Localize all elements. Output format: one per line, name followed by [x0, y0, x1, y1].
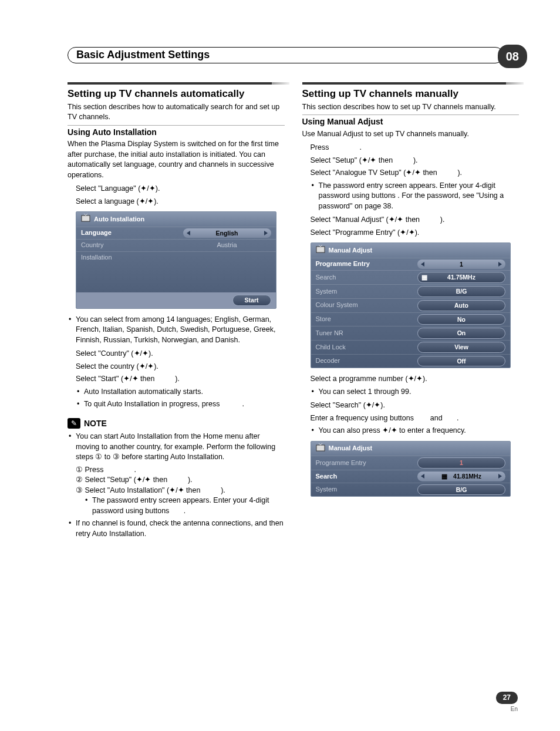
tv-icon: [81, 214, 90, 224]
osd-label: Tuner NR: [316, 329, 343, 338]
osd-row: Colour System Auto: [311, 298, 511, 312]
osd-value: View: [417, 342, 505, 353]
osd-label: Colour System: [316, 301, 358, 309]
section-intro: This section describes how to set up TV …: [302, 102, 519, 113]
osd-title: Manual Adjust: [329, 246, 373, 255]
osd-value: Auto: [417, 300, 505, 311]
step: Select a programme number (✦/✦).: [302, 374, 519, 385]
osd-value: 1: [417, 457, 505, 469]
osd-row: Installation: [76, 251, 276, 292]
subheading: Using Manual Adjust: [302, 114, 519, 128]
body-text: When the Plasma Display System is switch…: [68, 139, 285, 180]
step: Select "Country" (✦/✦).: [68, 349, 285, 359]
section-rule: [68, 82, 285, 85]
osd-label: Store: [316, 315, 331, 324]
osd-label: Decoder: [316, 356, 340, 365]
page-lang: En: [496, 705, 518, 713]
svg-rect-1: [316, 247, 325, 252]
osd-value-language: English: [183, 228, 271, 238]
right-column: Setting up TV channels manually This sec…: [302, 82, 519, 541]
osd-label: Language: [81, 228, 112, 237]
osd-label: Programme Entry: [316, 459, 366, 467]
bullet: You can select 1 through 99.: [311, 387, 519, 397]
body-text: Use Manual Adjust to set up TV channels …: [302, 129, 519, 140]
note-icon: ✎: [68, 418, 80, 429]
left-column: Setting up TV channels automatically Thi…: [68, 82, 285, 541]
step: Select "Setup" (✦/✦ then ).: [302, 156, 519, 166]
chapter-header: Basic Adjustment Settings: [68, 47, 504, 63]
osd-row: Child Lock View: [311, 340, 511, 354]
osd-auto-installation: Auto Installation Language English Count…: [76, 211, 276, 308]
bullet: The password entry screen appears. Enter…: [311, 181, 519, 212]
osd-row: Store No: [311, 312, 511, 326]
osd-value: 1: [417, 260, 505, 270]
bullet: To quit Auto Installation in progress, p…: [76, 399, 285, 410]
osd-row: Tuner NR On: [311, 326, 511, 340]
bullet: You can also press ✦/✦ to enter a freque…: [311, 426, 519, 436]
osd-label: Search: [316, 273, 336, 282]
osd-row: Decoder Off: [311, 354, 511, 368]
substep: ① Press .: [76, 465, 285, 476]
svg-rect-2: [316, 445, 325, 451]
step: Select "Programme Entry" (✦/✦).: [302, 228, 519, 238]
note-item: You can start Auto Installation from the…: [68, 432, 285, 463]
osd-label: Installation: [81, 253, 112, 262]
osd-row: System B/G: [311, 483, 511, 497]
osd-row: Programme Entry 1: [311, 456, 511, 470]
note-label: NOTE: [84, 418, 107, 430]
note-badge: ✎ NOTE: [68, 418, 107, 430]
section-rule: [302, 82, 519, 85]
step: Select "Manual Adjust" (✦/✦ then ).: [302, 215, 519, 225]
osd-title-bar: Manual Adjust: [311, 442, 511, 456]
osd-value: Off: [417, 356, 505, 367]
substep: ② Select "Setup" (✦/✦ then ).: [76, 475, 285, 486]
tv-icon: [316, 443, 325, 454]
section-heading: Setting up TV channels automatically: [68, 87, 285, 101]
input-icon: ▦: [441, 472, 447, 481]
osd-value-country: Austria: [183, 241, 271, 250]
sub-bullet: The password entry screen appears. Enter…: [84, 496, 285, 516]
step: Select "Language" (✦/✦).: [68, 184, 285, 194]
osd-row: Programme Entry 1: [311, 258, 511, 271]
step: Select "Search" (✦/✦).: [302, 400, 519, 411]
substep: ③ Select "Auto Installation" (✦/✦ then )…: [76, 486, 285, 496]
step: Enter a frequency using buttons and .: [302, 413, 519, 424]
osd-value: B/G: [417, 484, 505, 496]
bullet: Auto Installation automatically starts.: [76, 387, 285, 397]
osd-label: Programme Entry: [316, 260, 370, 268]
osd-value: On: [417, 328, 505, 339]
osd-label: System: [316, 485, 338, 494]
osd-start-button: Start: [232, 295, 271, 306]
osd-title-bar: Auto Installation: [76, 212, 276, 226]
page-footer: 27 En: [496, 692, 518, 713]
osd-manual-adjust-1: Manual Adjust Programme Entry 1 Search ▦…: [311, 242, 511, 368]
osd-value: ▦41.75MHz: [417, 272, 505, 283]
step: Select "Start" (✦/✦ then ).: [68, 374, 285, 385]
svg-rect-0: [82, 215, 90, 221]
step: Select a language (✦/✦).: [68, 197, 285, 207]
osd-label: Country: [81, 241, 104, 250]
osd-label: Search: [316, 472, 338, 481]
section-intro: This section describes how to automatica…: [68, 102, 285, 123]
step: Select the country (✦/✦).: [68, 362, 285, 372]
osd-label: System: [316, 287, 338, 296]
osd-row: Country Austria: [76, 239, 276, 251]
tv-icon: [316, 245, 325, 255]
osd-row: System B/G: [311, 284, 511, 298]
chapter-title: Basic Adjustment Settings: [76, 48, 210, 62]
osd-value: ▦41.81MHz: [417, 471, 505, 481]
osd-value: B/G: [417, 286, 505, 297]
osd-title-bar: Manual Adjust: [311, 243, 511, 257]
osd-row: Search ▦41.75MHz: [311, 270, 511, 284]
osd-label: Child Lock: [316, 343, 346, 352]
osd-value: No: [417, 314, 505, 325]
osd-title: Manual Adjust: [329, 444, 373, 453]
section-heading: Setting up TV channels manually: [302, 87, 519, 101]
chapter-number: 08: [498, 45, 527, 68]
step: Select "Analogue TV Setup" (✦/✦ then ).: [302, 168, 519, 178]
osd-footer: Start: [76, 292, 276, 308]
osd-title: Auto Installation: [94, 215, 144, 224]
input-icon: ▦: [421, 273, 427, 282]
note-item: If no channel is found, check the antenn…: [68, 518, 285, 539]
subheading: Using Auto Installation: [68, 125, 285, 139]
